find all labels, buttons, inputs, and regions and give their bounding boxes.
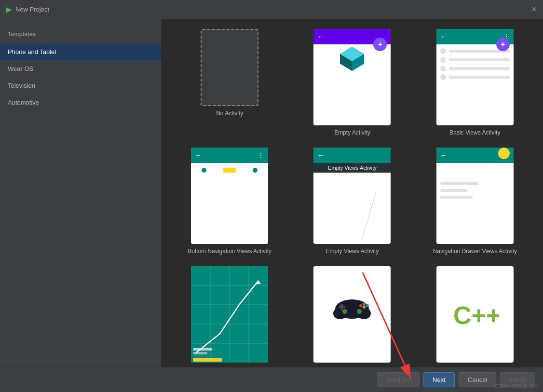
svg-rect-15 [193,352,207,354]
window-title: New Project [15,6,49,13]
dots-menu-icon2: ⋮ [258,151,264,159]
cpp-svg: C++ [451,297,499,331]
sidebar-item-television[interactable]: Television [0,77,161,94]
back-arrow-icon5: ← [440,151,447,159]
empty-views-header: ← [313,148,391,163]
empty-views-label: Empty Views Activity [326,248,379,255]
cube-logo [338,44,367,73]
chart-svg [191,266,268,363]
next-button[interactable]: Next [423,372,455,387]
nav-drawer-label: Navigation Drawer Views Activity [433,248,517,255]
template-item-cpp[interactable]: C++ Native C++ [419,266,531,367]
back-arrow-icon4: ← [317,151,324,159]
nav-drawer-card: ← ⋮ [436,148,514,244]
game-controller-svg [333,292,371,321]
game-icon-body [313,266,391,347]
svg-point-28 [344,310,346,311]
template-item-empty-views[interactable]: ← Empty Views Activity Empty Views Activ… [296,148,408,255]
svg-rect-21 [340,304,343,311]
bottom-bar: Previous Next Cancel Finish [0,367,543,392]
drawer-line-3 [440,196,473,199]
cancel-button[interactable]: Cancel [459,372,496,387]
bottom-nav-card: ← ⋮ [191,148,268,244]
sidebar: Templates Phone and Tablet Wear OS Telev… [0,19,162,367]
sidebar-item-phone-and-tablet[interactable]: Phone and Tablet [0,43,161,60]
sidebar-section-title: Templates [0,27,161,43]
svg-point-25 [363,306,366,309]
title-bar: ▶ New Project ✕ [0,0,543,19]
template-item-game[interactable]: Game Activity [296,266,408,367]
plus-fab-icon2: + [496,38,510,51]
fab-button [498,148,510,159]
drawer-line-2 [440,189,467,192]
list-row-3 [440,66,510,71]
bottom-nav-item-3 [243,163,268,176]
no-activity-card [201,29,258,106]
list-row-2 [440,57,510,63]
template-item-nav-drawer[interactable]: ← ⋮ Navigation Drawer Views Activity [419,148,531,255]
svg-rect-14 [193,348,212,351]
sidebar-item-wear-os[interactable]: Wear OS [0,60,161,77]
list-circle-4 [440,74,446,80]
bottom-nav-header: ← ⋮ [191,148,268,163]
svg-line-4 [362,192,376,240]
list-circle-1 [440,48,446,54]
diagonal-line [313,163,391,244]
basic-views-header: ← ⋮ + [436,29,514,44]
template-item-no-activity[interactable]: No Activity [173,29,286,136]
template-item-basic-views[interactable]: ← ⋮ + [419,29,531,136]
bottom-nav-bar [191,163,268,176]
bottom-nav-dot-1 [202,168,206,173]
template-item-empty-activity[interactable]: ← + Empty Activity [296,29,408,136]
svg-point-22 [359,304,362,307]
basic-views-card: ← ⋮ + [436,29,514,125]
basic-views-label: Basic Views Activity [449,129,500,136]
empty-activity-header: ← + [313,29,391,44]
grid-card [191,266,268,363]
sidebar-item-automotive[interactable]: Automotive [0,94,161,111]
list-row-4 [440,74,510,80]
previous-button[interactable]: Previous [377,372,420,387]
close-button[interactable]: ✕ [531,5,537,14]
template-item-bottom-nav[interactable]: ← ⋮ [173,148,286,255]
bottom-nav-dot-3 [253,168,258,173]
list-line-4 [449,76,510,79]
bottom-nav-label: Bottom Navigation Views Activity [188,248,272,255]
main-content: Templates Phone and Tablet Wear OS Telev… [0,19,543,367]
svg-rect-16 [193,358,222,362]
bottom-nav-dot-2 [223,168,236,173]
app-icon: ▶ [6,5,12,14]
svg-point-23 [363,303,366,306]
bottom-nav-item-1 [191,163,217,176]
template-grid: No Activity ← + [173,29,531,367]
template-item-grid[interactable]: Google AdMob Ads Activity [173,266,286,367]
back-arrow-icon: ← [317,33,324,41]
svg-point-24 [366,304,369,307]
list-circle-2 [440,57,446,63]
empty-activity-card: ← + [313,29,391,125]
game-card [313,266,391,363]
content-area: No Activity ← + [162,19,543,367]
list-line-2 [449,58,510,61]
finish-button[interactable]: Finish [500,372,535,387]
list-line-3 [449,67,510,70]
no-activity-label: No Activity [216,110,243,117]
svg-point-27 [357,309,362,314]
empty-activity-label: Empty Activity [334,129,370,136]
back-arrow-icon2: ← [440,33,447,41]
empty-views-card: ← Empty Views Activity [313,148,391,244]
grid-chart-body [191,266,268,363]
back-arrow-icon3: ← [195,151,202,159]
cpp-icon-body: C++ [436,266,514,363]
svg-text:C++: C++ [453,301,499,329]
cpp-card: C++ [436,266,514,363]
list-circle-3 [440,66,446,71]
bottom-nav-item-2 [217,163,242,176]
drawer-line-1 [440,182,478,185]
